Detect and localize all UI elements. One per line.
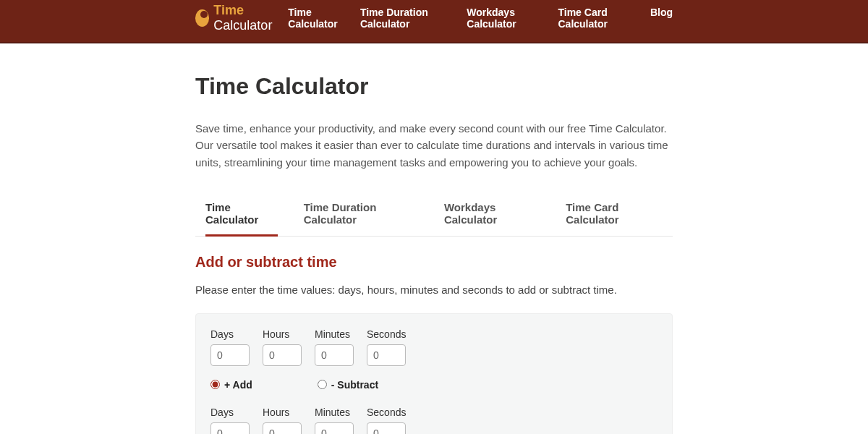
time-form-panel: Days Hours Minutes Seconds + Add <box>195 313 673 434</box>
radio-subtract-input[interactable] <box>318 380 327 389</box>
time-row-1: Days Hours Minutes Seconds <box>210 328 658 366</box>
tab-time-calculator[interactable]: Time Calculator <box>205 194 278 237</box>
brand-logo[interactable]: Time Calculator <box>195 3 288 33</box>
label-hours-1: Hours <box>263 328 302 340</box>
calculator-tabs: Time Calculator Time Duration Calculator… <box>195 194 673 237</box>
radio-subtract-label: - Subtract <box>331 379 378 391</box>
clock-icon <box>195 9 209 27</box>
input-days-1[interactable] <box>210 344 250 366</box>
page-intro: Save time, enhance your productivity, an… <box>195 120 673 171</box>
label-days-1: Days <box>210 328 250 340</box>
section-instruction: Please enter the time values: days, hour… <box>195 284 673 296</box>
site-header: Time Calculator Time Calculator Time Dur… <box>0 0 868 43</box>
section-heading: Add or subtract time <box>195 254 673 271</box>
nav-blog[interactable]: Blog <box>650 7 673 30</box>
label-hours-2: Hours <box>263 407 302 418</box>
nav-workdays-calculator[interactable]: Workdays Calculator <box>467 7 545 30</box>
label-minutes-1: Minutes <box>315 328 354 340</box>
tab-time-card-calculator[interactable]: Time Card Calculator <box>566 194 663 236</box>
input-seconds-1[interactable] <box>367 344 406 366</box>
radio-subtract[interactable]: - Subtract <box>318 379 378 391</box>
main-content: Time Calculator Save time, enhance your … <box>195 44 673 434</box>
top-nav: Time Calculator Time Duration Calculator… <box>288 7 673 30</box>
nav-time-calculator[interactable]: Time Calculator <box>288 7 347 30</box>
radio-add[interactable]: + Add <box>210 379 252 391</box>
label-days-2: Days <box>210 407 250 418</box>
input-days-2[interactable] <box>210 422 250 434</box>
tab-workdays-calculator[interactable]: Workdays Calculator <box>444 194 540 236</box>
input-hours-2[interactable] <box>263 422 302 434</box>
operation-radio-group: + Add - Subtract <box>210 379 658 391</box>
brand-text-2: Calculator <box>213 18 272 33</box>
input-minutes-1[interactable] <box>315 344 354 366</box>
label-seconds-2: Seconds <box>367 407 406 418</box>
label-minutes-2: Minutes <box>315 407 354 418</box>
nav-time-duration-calculator[interactable]: Time Duration Calculator <box>360 7 454 30</box>
nav-time-card-calculator[interactable]: Time Card Calculator <box>558 7 637 30</box>
time-row-2: Days Hours Minutes Seconds <box>210 407 658 434</box>
input-minutes-2[interactable] <box>315 422 354 434</box>
input-seconds-2[interactable] <box>367 422 406 434</box>
input-hours-1[interactable] <box>263 344 302 366</box>
page-title: Time Calculator <box>195 73 673 100</box>
radio-add-input[interactable] <box>210 380 220 389</box>
brand-text-1: Time <box>213 3 244 17</box>
tab-time-duration-calculator[interactable]: Time Duration Calculator <box>304 194 418 236</box>
label-seconds-1: Seconds <box>367 328 406 340</box>
radio-add-label: + Add <box>224 379 252 391</box>
